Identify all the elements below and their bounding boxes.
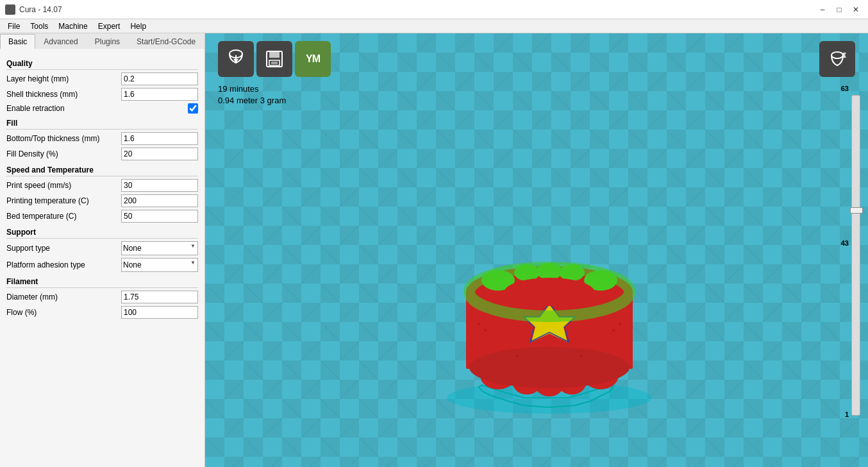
tab-bar: Basic Advanced Plugins Start/End-GCode <box>0 33 204 49</box>
support-type-row: Support type None Touching buildplate Ev… <box>6 241 198 255</box>
print-speed-label: Print speed (mm/s) <box>6 181 121 190</box>
svg-point-29 <box>469 347 630 388</box>
shell-thickness-input[interactable] <box>121 88 198 101</box>
print-material: 0.94 meter 3 gram <box>218 95 286 106</box>
menu-tools[interactable]: Tools <box>25 21 53 32</box>
support-type-dropdown-wrapper: None Touching buildplate Everywhere <box>121 241 198 255</box>
minimize-button[interactable]: – <box>815 3 830 17</box>
tab-start-end-gcode[interactable]: Start/End-GCode <box>128 34 204 49</box>
app-title: Cura - 14.07 <box>19 5 62 14</box>
fill-density-label: Fill Density (%) <box>6 149 121 158</box>
print-info: 19 minutes 0.94 meter 3 gram <box>218 83 286 106</box>
svg-point-31 <box>484 329 487 332</box>
menu-expert[interactable]: Expert <box>93 21 126 32</box>
view-mode-button[interactable] <box>819 41 855 77</box>
viewport-toolbar: YM <box>218 41 331 77</box>
enable-retraction-checkbox[interactable] <box>188 103 198 114</box>
title-bar: Cura - 14.07 – □ ✕ <box>0 0 868 19</box>
svg-point-34 <box>516 355 519 357</box>
support-type-label: Support type <box>6 244 121 253</box>
svg-point-30 <box>478 323 480 325</box>
menu-file[interactable]: File <box>3 21 25 32</box>
support-type-dropdown[interactable]: None Touching buildplate Everywhere <box>121 241 198 255</box>
diameter-label: Diameter (mm) <box>6 293 121 301</box>
print-temp-input[interactable] <box>121 194 198 207</box>
svg-point-28 <box>505 278 594 306</box>
viewport: YM 19 minutes 0.94 meter 3 gram <box>205 33 868 467</box>
flow-row: Flow (%) <box>6 306 198 319</box>
close-button[interactable]: ✕ <box>849 3 863 17</box>
enable-retraction-row: Enable retraction <box>6 103 198 114</box>
settings-content: Quality Layer height (mm) Shell thicknes… <box>0 49 204 467</box>
print-temp-row: Printing temperature (C) <box>6 194 198 207</box>
shell-thickness-row: Shell thickness (mm) <box>6 88 198 101</box>
fill-section-title: Fill <box>6 119 198 130</box>
layer-height-input[interactable] <box>121 72 198 85</box>
bottom-top-thickness-row: Bottom/Top thickness (mm) <box>6 132 198 145</box>
slider-thumb[interactable] <box>850 207 863 214</box>
bottom-top-thickness-label: Bottom/Top thickness (mm) <box>6 134 121 143</box>
speed-temp-section-title: Speed and Temperature <box>6 166 198 176</box>
svg-rect-3 <box>269 51 280 58</box>
bed-temp-row: Bed temperature (C) <box>6 210 198 223</box>
slider-mid-value: 43 <box>841 239 849 247</box>
slider-track[interactable] <box>851 95 860 416</box>
ym-label: YM <box>306 53 320 65</box>
tab-advanced[interactable]: Advanced <box>35 34 86 49</box>
print-speed-input[interactable] <box>121 179 198 192</box>
svg-point-36 <box>831 52 843 58</box>
load-model-button[interactable] <box>218 41 254 77</box>
menu-machine[interactable]: Machine <box>53 21 92 32</box>
model-container <box>415 215 684 416</box>
slider-top-value: 63 <box>841 85 849 92</box>
maximize-button[interactable]: □ <box>832 3 846 17</box>
save-button[interactable] <box>256 41 292 77</box>
tab-plugins[interactable]: Plugins <box>87 34 128 49</box>
svg-point-35 <box>580 355 583 357</box>
layer-height-label: Layer height (mm) <box>6 74 121 83</box>
main-layout: Basic Advanced Plugins Start/End-GCode Q… <box>0 33 868 467</box>
quality-section-title: Quality <box>6 59 198 70</box>
print-temp-label: Printing temperature (C) <box>6 196 121 205</box>
platform-adhesion-label: Platform adhesion type <box>6 260 121 269</box>
ym-button[interactable]: YM <box>295 41 331 77</box>
layer-height-row: Layer height (mm) <box>6 72 198 85</box>
enable-retraction-label: Enable retraction <box>6 104 188 113</box>
fill-density-input[interactable] <box>121 148 198 160</box>
print-time: 19 minutes <box>218 83 286 95</box>
menu-help[interactable]: Help <box>125 21 151 32</box>
support-section-title: Support <box>6 228 198 239</box>
bed-temp-label: Bed temperature (C) <box>6 212 121 221</box>
layer-slider[interactable]: 63 43 1 <box>836 85 862 429</box>
slider-bottom-value: 1 <box>845 411 849 418</box>
flow-input[interactable] <box>121 306 198 319</box>
platform-adhesion-dropdown[interactable]: None Brim Raft <box>121 258 198 272</box>
shell-thickness-label: Shell thickness (mm) <box>6 90 121 99</box>
platform-adhesion-dropdown-wrapper: None Brim Raft <box>121 258 198 272</box>
diameter-row: Diameter (mm) <box>6 291 198 303</box>
app-icon <box>5 4 15 15</box>
fill-density-row: Fill Density (%) <box>6 148 198 160</box>
flow-label: Flow (%) <box>6 308 121 317</box>
gear-model-svg <box>415 215 684 414</box>
bottom-top-thickness-input[interactable] <box>121 132 198 145</box>
diameter-input[interactable] <box>121 291 198 303</box>
platform-adhesion-row: Platform adhesion type None Brim Raft <box>6 258 198 272</box>
left-panel: Basic Advanced Plugins Start/End-GCode Q… <box>0 33 205 467</box>
bed-temp-input[interactable] <box>121 210 198 223</box>
svg-point-32 <box>619 323 621 325</box>
svg-point-33 <box>612 329 615 332</box>
menu-bar: File Tools Machine Expert Help <box>0 19 868 33</box>
tab-basic[interactable]: Basic <box>0 34 35 49</box>
print-speed-row: Print speed (mm/s) <box>6 179 198 192</box>
filament-section-title: Filament <box>6 277 198 288</box>
svg-rect-5 <box>271 62 278 64</box>
window-controls[interactable]: – □ ✕ <box>815 3 863 17</box>
